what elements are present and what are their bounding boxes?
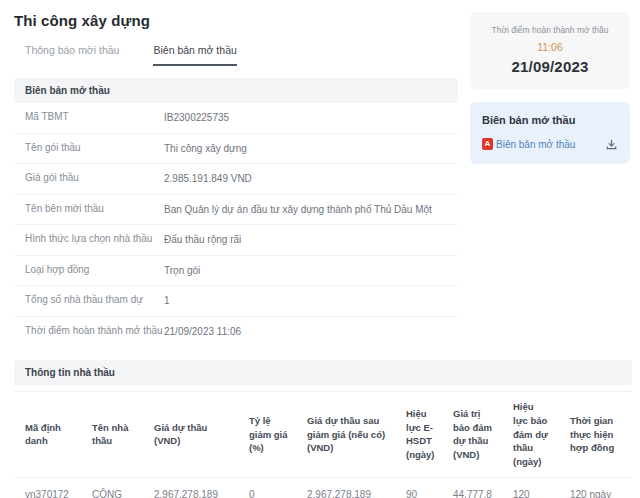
main-column: Thi công xây dựng Thông báo mời thầu Biê… (14, 0, 458, 346)
col-hieu-luc-bao-dam: Hiệu lực bảo đảm dự thầu (ngày) (502, 392, 559, 478)
cell-gia-du-thau: 2.967.278.189 (143, 477, 238, 498)
cell-gia-tri-bao-dam: 44.777.877 (442, 477, 502, 498)
tab-bar: Thông báo mời thầu Biên bản mở thầu (14, 44, 458, 66)
field-label: Mã TBMT (25, 111, 164, 122)
download-icon[interactable] (604, 137, 618, 151)
field-value: IB2300225735 (164, 111, 458, 125)
record-row-loai-hop-dong: Loại hợp đồng Trọn gói (14, 256, 458, 287)
field-value: 21/09/2023 11:06 (164, 325, 458, 339)
document-card: Biên bản mở thầu A Biên bản mở thầu (470, 102, 630, 164)
record-row-tong-so-nha-thau: Tổng số nhà thầu tham dự 1 (14, 286, 458, 317)
completion-time-label: Thời điểm hoàn thành mở thầu (478, 25, 622, 35)
field-value: Ban Quản lý dự án đầu tư xây dựng thành … (164, 203, 458, 217)
record-row-gia-goi-thau: Giá gói thầu 2.985.191.849 VND (14, 164, 458, 195)
record-detail-list: Mã TBMT IB2300225735 Tên gói thầu Thi cô… (14, 103, 458, 346)
tab-bien-ban-mo-thau[interactable]: Biên bản mở thầu (153, 44, 236, 66)
cell-thoi-gian-thuc-hien: 120 ngày (559, 477, 632, 498)
document-file-row: A Biên bản mở thầu (482, 137, 618, 151)
col-gia-du-thau: Giá dự thầu (VND) (143, 392, 238, 478)
col-ten-nha-thau: Tên nhà thầu (81, 392, 143, 478)
col-thoi-gian-thuc-hien: Thời gian thực hiện hợp đồng (559, 392, 632, 478)
field-label: Giá gói thầu (25, 172, 164, 183)
field-value: Thi công xây dựng (164, 142, 458, 156)
field-label: Thời điểm hoàn thành mở thầu (25, 325, 164, 336)
pdf-file-icon: A (482, 138, 493, 150)
record-row-ma-tbmt: Mã TBMT IB2300225735 (14, 103, 458, 134)
contractors-section: Thông tin nhà thầu Mã định danh Tên nhà … (14, 360, 632, 498)
field-value: 1 (164, 294, 458, 308)
table-header-row: Mã định danh Tên nhà thầu Giá dự thầu (V… (14, 392, 632, 478)
document-file-link[interactable]: Biên bản mở thầu (496, 139, 575, 150)
document-card-title: Biên bản mở thầu (482, 114, 618, 126)
field-label: Tổng số nhà thầu tham dự (25, 294, 164, 305)
completion-time-value: 11:06 (478, 41, 622, 53)
record-row-hinh-thuc-lua-chon: Hình thức lựa chọn nhà thầu Đấu thầu rộn… (14, 225, 458, 256)
cell-hieu-luc-bao-dam: 120 (502, 477, 559, 498)
field-value: Đấu thầu rộng rãi (164, 233, 458, 247)
completion-time-card: Thời điểm hoàn thành mở thầu 11:06 21/09… (470, 12, 630, 89)
contractors-section-header: Thông tin nhà thầu (14, 360, 632, 385)
record-section-header: Biên bản mở thầu (14, 78, 458, 103)
completion-date-value: 21/09/2023 (478, 58, 622, 75)
top-row: Thi công xây dựng Thông báo mời thầu Biê… (0, 0, 640, 346)
record-row-ten-ben-moi-thau: Tên bên mời thầu Ban Quản lý dự án đầu t… (14, 195, 458, 226)
sidebar: Thời điểm hoàn thành mở thầu 11:06 21/09… (470, 12, 630, 346)
field-value: Trọn gói (164, 264, 458, 278)
col-gia-tri-bao-dam: Giá trị bảo đảm dự thầu (VND) (442, 392, 502, 478)
field-label: Loại hợp đồng (25, 264, 164, 275)
col-ty-le-giam-gia: Tỷ lệ giảm giá (%) (238, 392, 296, 478)
cell-hieu-luc-ehsdt: 90 (395, 477, 442, 498)
tab-thong-bao-moi-thau[interactable]: Thông báo mời thầu (25, 44, 119, 66)
cell-ma-dinh-danh: vn3701727303 (14, 477, 81, 498)
cell-gia-sau-giam-gia: 2.967.278.189 (296, 477, 395, 498)
col-gia-sau-giam-gia: Giá dự thầu sau giảm giá (nếu có) (VND) (296, 392, 395, 478)
field-label: Tên bên mời thầu (25, 203, 164, 214)
cell-ty-le-giam-gia: 0 (238, 477, 296, 498)
field-value: 2.985.191.849 VND (164, 172, 458, 186)
page-title: Thi công xây dựng (14, 12, 458, 29)
field-label: Tên gói thầu (25, 142, 164, 153)
table-row: vn3701727303 CÔNG TY TNHH THƯƠNG MẠI DỊC… (14, 477, 632, 498)
record-row-ten-goi-thau: Tên gói thầu Thi công xây dựng (14, 134, 458, 165)
col-hieu-luc-ehsdt: Hiệu lực E-HSDT (ngày) (395, 392, 442, 478)
field-label: Hình thức lựa chọn nhà thầu (25, 233, 164, 244)
cell-ten-nha-thau: CÔNG TY TNHH THƯƠNG MẠI DỊCH VỤ ĐẠI KIM … (81, 477, 143, 498)
contractors-table: Mã định danh Tên nhà thầu Giá dự thầu (V… (14, 391, 632, 498)
col-ma-dinh-danh: Mã định danh (14, 392, 81, 478)
record-row-thoi-diem-hoan-thanh: Thời điểm hoàn thành mở thầu 21/09/2023 … (14, 317, 458, 347)
